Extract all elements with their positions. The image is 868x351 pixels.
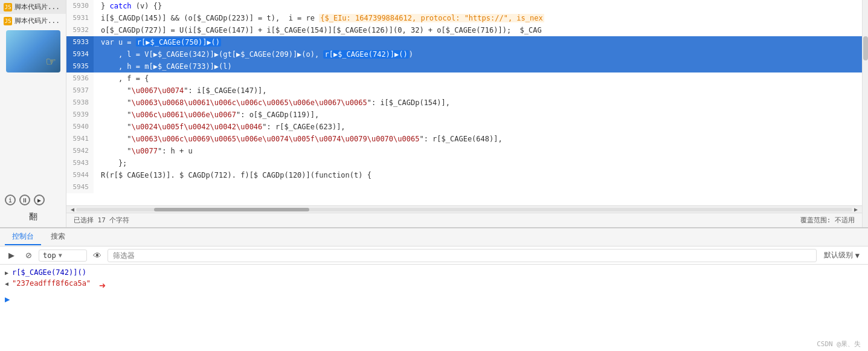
sidebar-label-1: 脚本代码片...: [14, 2, 60, 11]
execute-button[interactable]: ▶: [5, 249, 18, 262]
context-select[interactable]: top ▼: [39, 250, 87, 262]
info-icon[interactable]: i: [5, 195, 16, 205]
code-line-5932: 5932 o[$_CAGDp(727)] = U(i[$_CAGEe(147)]…: [66, 24, 862, 36]
console-row-1: ▶ r[$_CAGEe(742)](): [5, 267, 863, 278]
line-num-5937: 5937: [66, 85, 94, 97]
line-num-5936: 5936: [66, 72, 94, 85]
console-fn-1: r[$_CAGEe(742)](): [12, 268, 86, 277]
code-text-5936: , f = {: [94, 72, 149, 85]
code-line-5937: 5937 "\u0067\u0074": i[$_CAGEe(147)],: [66, 85, 862, 97]
branding: CSDN @果、失: [0, 337, 868, 351]
code-text-5934: , l = V[▶$_CAGEe(342)]▶(gt[▶$_CAGEe(209)…: [94, 48, 413, 60]
line-num-5932: 5932: [66, 24, 94, 36]
console-toolbar: ▶ ⊘ top ▼ 👁 默认级别 ▼: [0, 246, 868, 265]
vertical-scrollbar[interactable]: [862, 0, 868, 227]
sidebar-image: ☞: [6, 30, 60, 72]
code-line-5931: 5931 i[$_CAGDp(145)] && (o[$_CAGDp(223)]…: [66, 12, 862, 24]
line-num-5940: 5940: [66, 121, 94, 133]
eye-button[interactable]: 👁: [91, 249, 104, 262]
sidebar: JS 脚本代码片... JS 脚本代码片... ☞ i ⏸ ▶ 翻: [0, 0, 66, 227]
code-line-5942: 5942 "\u0077": h + u: [66, 145, 862, 157]
line-num-5938: 5938: [66, 97, 94, 109]
file-icon-1: JS: [4, 3, 12, 11]
context-label: top: [43, 251, 56, 260]
selected-text: 已选择 17 个字符: [74, 216, 130, 225]
code-line-5938: 5938 "\u0063\u0068\u0061\u006c\u006c\u00…: [66, 97, 862, 109]
code-text-5937: "\u0067\u0074": i[$_CAGEe(147)],: [94, 85, 267, 97]
console-output: ▶ r[$_CAGEe(742)]() ◀ "237eadfff8f6ca5a"…: [0, 265, 868, 337]
code-text-5940: "\u0024\u005f\u0042\u0042\u0046": r[$_CA…: [94, 121, 346, 133]
code-line-5945: 5945: [66, 181, 862, 193]
level-select[interactable]: 默认级别 ▼: [820, 249, 863, 262]
code-line-5934: 5934 , l = V[▶$_CAGEe(342)]▶(gt[▶$_CAGEe…: [66, 48, 862, 60]
line-num-5931: 5931: [66, 12, 94, 24]
code-text-5943: };: [94, 157, 127, 169]
code-text-5933: var u = r[▶$_CAGEe(750)]▶(): [94, 36, 221, 48]
scrollbar-thumb[interactable]: [154, 208, 309, 211]
code-content: 5930 } catch (v) {} 5931 i[$_CAGDp(145)]…: [66, 0, 862, 205]
code-line-5944: 5944 R(r[$ CAGEe(13)]. $ CAGDp(712). f)[…: [66, 169, 862, 181]
code-panel: 5930 } catch (v) {} 5931 i[$_CAGDp(145)]…: [66, 0, 862, 227]
sidebar-item-2[interactable]: JS 脚本代码片...: [0, 14, 66, 28]
code-text-5932: o[$_CAGDp(727)] = U(i[$_CAGEe(147)] + i[…: [94, 24, 542, 36]
context-arrow-icon: ▼: [59, 252, 62, 259]
line-num-5941: 5941: [66, 133, 94, 145]
console-prompt[interactable]: ▶: [5, 294, 10, 304]
panel-tabs: 控制台 搜索: [0, 228, 868, 246]
code-line-5940: 5940 "\u0024\u005f\u0042\u0042\u0046": r…: [66, 121, 862, 133]
code-line-5930: 5930 } catch (v) {}: [66, 0, 862, 12]
level-label: 默认级别: [824, 250, 853, 260]
sidebar-controls: i ⏸ ▶: [2, 193, 63, 207]
expand-icon-2[interactable]: ◀: [5, 280, 8, 287]
skip-icon[interactable]: ▶: [34, 195, 45, 205]
tab-console[interactable]: 控制台: [5, 229, 41, 245]
clear-button[interactable]: ⊘: [22, 249, 35, 262]
pause-icon[interactable]: ⏸: [19, 195, 30, 205]
file-icon-2: JS: [4, 17, 12, 25]
line-num-5933: 5933: [66, 36, 94, 48]
status-bar: 已选择 17 个字符 覆盖范围: 不适用: [66, 213, 862, 227]
code-text-5941: "\u0063\u006c\u0069\u0065\u006e\u0074\u0…: [94, 133, 503, 145]
line-num-5942: 5942: [66, 145, 94, 157]
sidebar-item-1[interactable]: JS 脚本代码片...: [0, 0, 66, 14]
tab-search[interactable]: 搜索: [43, 229, 72, 245]
translate-icon[interactable]: 翻: [29, 211, 37, 222]
hand-icon: ☞: [47, 53, 55, 70]
code-line-5941: 5941 "\u0063\u006c\u0069\u0065\u006e\u00…: [66, 133, 862, 145]
code-text-5944: R(r[$ CAGEe(13)]. $ CAGDp(712). f)[$ CAG…: [94, 169, 371, 181]
scroll-right-arrow[interactable]: ▶: [852, 206, 860, 213]
expand-icon-1[interactable]: ▶: [5, 269, 8, 276]
sidebar-bottom: i ⏸ ▶ 翻: [0, 191, 66, 227]
code-line-5943: 5943 };: [66, 157, 862, 169]
filter-input[interactable]: [108, 249, 817, 262]
sidebar-bottom-icons: 翻: [2, 209, 63, 225]
line-num-5930: 5930: [66, 0, 94, 12]
code-line-5939: 5939 "\u006c\u0061\u006e\u0067": o[$_CAG…: [66, 109, 862, 121]
line-num-5939: 5939: [66, 109, 94, 121]
vscroll-thumb[interactable]: [863, 36, 868, 60]
horizontal-scrollbar[interactable]: ◀ ▶: [66, 205, 862, 213]
code-lines: 5930 } catch (v) {} 5931 i[$_CAGDp(145)]…: [66, 0, 862, 205]
code-text-5939: "\u006c\u0061\u006e\u0067": o[$_CAGDp(11…: [94, 109, 319, 121]
code-line-5935: 5935 , h = m[▶$_CAGEe(733)]▶(l): [66, 60, 862, 72]
coverage-text: 覆盖范围: 不适用: [800, 216, 855, 225]
scrollbar-track[interactable]: [76, 208, 852, 211]
console-row-3: ▶: [5, 293, 863, 305]
sidebar-middle: ☞: [0, 28, 66, 191]
code-line-5933: 5933 var u = r[▶$_CAGEe(750)]▶(): [66, 36, 862, 48]
code-text-5938: "\u0063\u0068\u0061\u006c\u006c\u0065\u0…: [94, 97, 450, 109]
line-num-5934: 5934: [66, 48, 94, 60]
code-text-5930: } catch (v) {}: [94, 0, 162, 12]
code-text-5935: , h = m[▶$_CAGEe(733)]▶(l): [94, 60, 232, 72]
main-area: JS 脚本代码片... JS 脚本代码片... ☞ i ⏸ ▶ 翻: [0, 0, 868, 227]
console-string-1: "237eadfff8f6ca5a": [12, 279, 91, 288]
line-num-5943: 5943: [66, 157, 94, 169]
bottom-panel: 控制台 搜索 ▶ ⊘ top ▼ 👁 默认级别 ▼ ▶ r[$_CAGEe(74…: [0, 227, 868, 351]
red-arrow-result: ➜: [99, 279, 106, 292]
branding-text: CSDN @果、失: [817, 340, 861, 348]
line-num-5945: 5945: [66, 181, 94, 193]
code-line-5936: 5936 , f = {: [66, 72, 862, 85]
level-arrow-icon: ▼: [855, 251, 860, 260]
code-text-5931: i[$_CAGDp(145)] && (o[$_CAGDp(223)] = t)…: [94, 12, 544, 24]
scroll-left-arrow[interactable]: ◀: [69, 206, 76, 213]
